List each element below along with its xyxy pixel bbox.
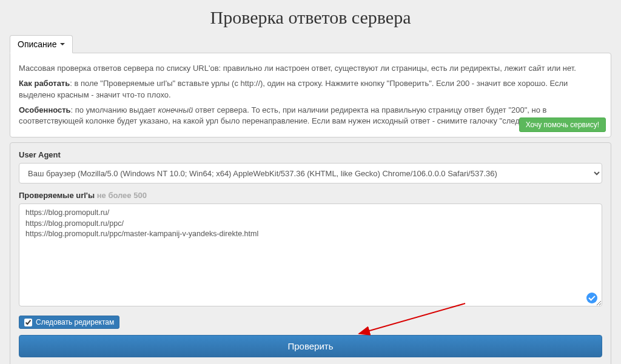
description-text-3-italic: конечный [158, 105, 193, 114]
page-title: Проверка ответов сервера [10, 7, 611, 28]
description-text-2: Как работать: в поле "Проверяемые url'ы"… [19, 78, 602, 101]
user-agent-select[interactable]: Ваш браузер (Mozilla/5.0 (Windows NT 10.… [19, 163, 602, 184]
description-text-2-bold: Как работать [19, 79, 70, 88]
submit-button[interactable]: Проверить [19, 335, 602, 357]
description-text-3: Особенность: по умолчанию выдает конечны… [19, 105, 602, 128]
urls-label-text: Проверяемые url'ы [19, 191, 95, 200]
description-panel: Массовая проверка ответов сервера по спи… [10, 53, 611, 137]
follow-redirects-label: Следовать редиректам [36, 318, 114, 326]
description-toggle-label: Описание [18, 39, 56, 49]
caret-down-icon [60, 43, 65, 45]
urls-textarea[interactable] [19, 204, 602, 306]
description-text-1: Массовая проверка ответов сервера по спи… [19, 63, 602, 74]
help-service-button[interactable]: Хочу помочь сервису! [519, 117, 606, 132]
follow-redirects-checkbox[interactable] [24, 319, 32, 326]
description-text-2-rest: : в поле "Проверяемые url'ы" вставьте ур… [19, 79, 568, 99]
description-toggle[interactable]: Описание [10, 35, 73, 53]
description-text-3-a: : по умолчанию выдает [71, 105, 158, 114]
user-agent-label: User Agent [19, 150, 602, 159]
urls-label-hint: не более 500 [97, 191, 147, 200]
follow-redirects-toggle[interactable]: Следовать редиректам [19, 316, 119, 329]
urls-label: Проверяемые url'ы не более 500 [19, 191, 602, 200]
description-text-3-bold: Особенность [19, 105, 71, 114]
form-panel: User Agent Ваш браузер (Mozilla/5.0 (Win… [10, 142, 611, 364]
